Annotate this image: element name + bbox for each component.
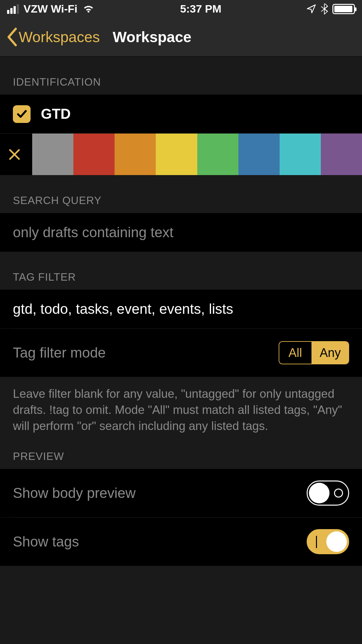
workspace-name: GTD [41,106,71,122]
tag-filter-mode-row: Tag filter mode All Any [0,329,362,377]
tag-filter-footer: Leave filter blank for any value, "untag… [0,377,362,437]
battery-icon [332,4,355,14]
section-header-identification: Identification [0,57,362,95]
workspace-color-row[interactable] [0,133,362,175]
chevron-left-icon [6,28,17,46]
show-tags-toggle[interactable] [307,529,349,554]
show-body-preview-row: Show body preview [0,469,362,517]
swatch-orange[interactable] [115,134,156,175]
tag-filter-mode-label: Tag filter mode [13,345,106,361]
swatch-teal[interactable] [280,134,321,175]
swatch-purple[interactable] [321,134,362,175]
bluetooth-icon [321,4,328,14]
checkmark-icon [13,105,31,123]
show-body-preview-label: Show body preview [13,485,136,501]
swatch-red[interactable] [73,134,115,175]
wifi-icon [82,4,95,14]
swatch-gray[interactable] [32,134,73,175]
back-button[interactable]: Workspaces [6,28,100,46]
section-header-search: Search Query [0,175,362,213]
search-input[interactable]: only drafts containing text [0,213,362,252]
section-header-tagfilter: Tag Filter [0,252,362,290]
x-icon[interactable] [6,145,23,163]
status-bar: VZW Wi-Fi 5:37 PM [0,0,362,18]
swatch-yellow[interactable] [156,134,197,175]
search-placeholder: only drafts containing text [13,224,173,240]
carrier-label: VZW Wi-Fi [23,3,78,15]
tag-filter-input[interactable]: gtd, todo, tasks, event, events, lists [0,290,362,328]
nav-bar: Workspaces Workspace [0,18,362,57]
swatch-green[interactable] [197,134,238,175]
color-swatches[interactable] [32,134,362,175]
show-tags-row: Show tags [0,518,362,566]
segment-all[interactable]: All [279,342,311,364]
show-body-preview-toggle[interactable] [307,481,349,506]
workspace-name-row[interactable]: GTD [0,95,362,133]
show-tags-label: Show tags [13,534,79,550]
tag-filter-mode-segmented[interactable]: All Any [279,341,349,364]
page-title: Workspace [100,28,356,46]
clock: 5:37 PM [180,3,222,15]
cell-signal-icon [7,4,19,14]
tag-filter-value: gtd, todo, tasks, event, events, lists [13,301,233,317]
back-label: Workspaces [19,28,100,46]
segment-any[interactable]: Any [311,342,348,364]
section-header-preview: Preview [0,437,362,469]
swatch-blue[interactable] [238,134,280,175]
location-icon [307,4,316,14]
